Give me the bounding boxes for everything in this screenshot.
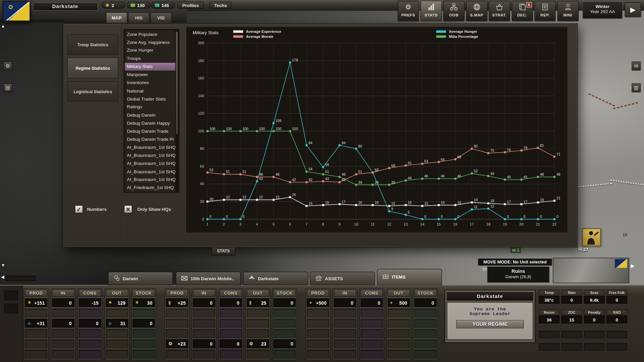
your-regime-button[interactable]: YOUR REGIME xyxy=(456,320,524,328)
item-cell[interactable]: 0 xyxy=(274,340,296,348)
item-cell-empty[interactable] xyxy=(415,329,437,338)
right-edge-mail-button[interactable]: ✉ xyxy=(632,62,641,71)
item-cell-empty[interactable] xyxy=(52,350,74,358)
item-cell[interactable]: ✶129 xyxy=(106,298,128,307)
item-cell-empty[interactable] xyxy=(79,329,101,338)
item-cell-empty[interactable] xyxy=(52,329,74,338)
item-cell-empty[interactable] xyxy=(361,350,383,358)
tab-vid[interactable]: VID xyxy=(150,12,172,23)
item-cell-empty[interactable] xyxy=(25,350,47,358)
stat-list-item[interactable]: Global Trader Stats xyxy=(125,95,175,103)
techs-button[interactable]: Techs xyxy=(209,2,231,9)
item-cell-empty[interactable] xyxy=(387,309,410,317)
item-cell-empty[interactable] xyxy=(307,319,329,327)
right-edge-layers-button[interactable]: ▥ xyxy=(632,83,641,93)
item-cell[interactable]: ●500 xyxy=(387,298,410,307)
item-cell-empty[interactable] xyxy=(334,329,356,338)
item-cell-empty[interactable] xyxy=(361,340,383,348)
item-cell[interactable]: ●+500 xyxy=(307,298,329,307)
item-cell[interactable]: ✶30 xyxy=(133,298,155,307)
nav-button-stats[interactable]: STATS xyxy=(420,1,442,21)
item-cell-empty[interactable] xyxy=(415,340,437,348)
item-cell[interactable]: 0 xyxy=(415,298,437,307)
left-edge-gear-button[interactable]: ⚙ xyxy=(3,62,12,71)
left-edge-layers-button[interactable]: ▤ xyxy=(3,83,12,93)
item-cell-empty[interactable] xyxy=(79,340,101,348)
item-cell-empty[interactable] xyxy=(106,329,128,338)
numbers-checkbox[interactable]: ✓ xyxy=(75,205,83,213)
item-cell-empty[interactable] xyxy=(247,329,269,338)
item-cell[interactable]: 0 xyxy=(52,319,74,327)
item-cell-empty[interactable] xyxy=(387,329,410,338)
nav-button-mini[interactable]: MINI xyxy=(557,1,579,21)
bottom-tab-assets[interactable]: ASSETS xyxy=(310,272,375,285)
nav-button-smap[interactable]: S.MAP xyxy=(466,1,487,21)
tab-his[interactable]: HIS xyxy=(128,12,150,23)
item-cell-empty[interactable] xyxy=(220,319,242,327)
resource-chip[interactable]: ☀2 xyxy=(101,2,125,9)
category-troop[interactable]: Troop Statistics xyxy=(67,35,118,55)
item-cell-empty[interactable] xyxy=(25,329,47,338)
item-cell-empty[interactable] xyxy=(307,350,329,358)
item-cell-empty[interactable] xyxy=(274,329,296,338)
item-cell-empty[interactable] xyxy=(25,309,47,317)
item-cell-empty[interactable] xyxy=(334,319,356,327)
item-cell-empty[interactable] xyxy=(166,350,188,358)
item-cell-empty[interactable] xyxy=(415,350,437,358)
item-cell-empty[interactable] xyxy=(415,309,437,317)
minimap-scroll-arrow[interactable]: ▶ xyxy=(631,263,635,269)
item-cell-empty[interactable] xyxy=(79,350,101,358)
stat-list-item[interactable]: Debug Darwin Trade xyxy=(125,127,175,135)
stat-list-item[interactable]: Inventories xyxy=(125,79,175,87)
regime-flag[interactable] xyxy=(2,1,30,23)
stat-list-item[interactable]: Zone Hunger xyxy=(125,47,175,55)
resource-chip[interactable]: 145 xyxy=(151,2,175,9)
stat-list-item[interactable]: AI_Braunraum_1st SHQ xyxy=(125,160,175,168)
scroll-left-arrow[interactable]: ◀ xyxy=(1,275,4,280)
item-cell-empty[interactable] xyxy=(193,309,215,317)
item-cell-empty[interactable] xyxy=(133,350,155,358)
stat-list-item[interactable]: Ratings xyxy=(125,103,175,111)
item-cell-empty[interactable] xyxy=(274,350,296,358)
nav-button-dec[interactable]: DEC.6 xyxy=(512,1,533,21)
item-cell[interactable]: ⚙+23 xyxy=(166,340,188,348)
item-cell[interactable]: ✶+151 xyxy=(25,298,47,307)
item-cell[interactable]: 0 xyxy=(220,298,242,307)
item-cell[interactable]: 0 xyxy=(193,298,215,307)
item-cell[interactable]: 0 xyxy=(361,298,383,307)
item-cell-empty[interactable] xyxy=(361,329,383,338)
item-cell[interactable]: ◆+31 xyxy=(25,319,47,327)
resource-chip[interactable]: 130 xyxy=(127,2,151,9)
item-cell-empty[interactable] xyxy=(133,340,155,348)
stat-list-item[interactable]: AI_Braunraum_1st SHQ xyxy=(125,176,175,184)
item-cell-empty[interactable] xyxy=(79,309,101,317)
item-cell-empty[interactable] xyxy=(247,319,269,327)
item-cell-empty[interactable] xyxy=(274,309,296,317)
bottom-tab-darkstate[interactable]: Darkstate xyxy=(243,272,308,285)
item-cell-empty[interactable] xyxy=(193,350,215,358)
item-cell-empty[interactable] xyxy=(106,340,128,348)
item-cell-empty[interactable] xyxy=(25,340,47,348)
item-cell-empty[interactable] xyxy=(220,329,242,338)
item-cell[interactable]: 0 xyxy=(193,340,215,348)
item-cell-empty[interactable] xyxy=(52,309,74,317)
item-cell-empty[interactable] xyxy=(106,350,128,358)
item-cell-empty[interactable] xyxy=(166,309,188,317)
item-cell-empty[interactable] xyxy=(361,319,383,327)
nav-button-strat[interactable]: STRAT. xyxy=(489,1,510,21)
stat-list-item[interactable]: Debug Darwin xyxy=(125,111,175,119)
stats-window-tab[interactable]: STATS xyxy=(212,247,235,255)
item-cell-empty[interactable] xyxy=(193,319,215,327)
stat-list-item[interactable]: Debug Darwin Trade Pr xyxy=(125,135,175,143)
tab-map[interactable]: MAP xyxy=(106,12,127,23)
stat-list-item[interactable]: Zone Avg. Happiness xyxy=(125,39,175,47)
item-cell[interactable]: ▮25 xyxy=(247,298,269,307)
item-cell-empty[interactable] xyxy=(307,309,329,317)
item-cell-empty[interactable] xyxy=(133,329,155,338)
item-cell-empty[interactable] xyxy=(307,340,329,348)
item-cell-empty[interactable] xyxy=(387,340,410,348)
stat-list-item[interactable]: National xyxy=(125,87,175,95)
item-cell-empty[interactable] xyxy=(387,319,410,327)
item-cell-empty[interactable] xyxy=(247,309,269,317)
item-cell-empty[interactable] xyxy=(307,329,329,338)
